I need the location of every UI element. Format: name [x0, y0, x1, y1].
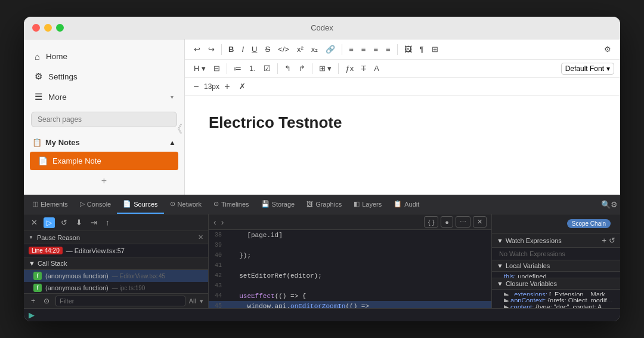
closure-expand-0[interactable]: ▶ [504, 291, 510, 296]
toolbar-divider-3 [397, 44, 398, 55]
continue-button[interactable]: ↑ [103, 217, 112, 228]
add-note-button[interactable]: + [97, 174, 112, 188]
active-note-item[interactable]: 📄 Example Note [30, 152, 178, 170]
subscript-button[interactable]: x₂ [308, 43, 321, 56]
filter-dropdown-icon[interactable]: ▾ [200, 297, 203, 305]
local-var-key-0: this: [504, 273, 518, 278]
step-out-button[interactable]: ⇥ [88, 217, 100, 228]
tab-network[interactable]: ⊙ Network [164, 195, 208, 214]
ordered-list-button[interactable]: 1. [246, 62, 259, 75]
code-line-40: 40 }); [209, 250, 491, 260]
superscript-button[interactable]: x² [294, 43, 306, 56]
minimize-button[interactable] [44, 24, 52, 32]
indent-in-button[interactable]: ↰ [281, 62, 294, 75]
code-nav-right-button[interactable]: › [221, 217, 224, 227]
stop-button[interactable]: ✕ [29, 217, 40, 228]
undo-button[interactable]: ↩ [191, 43, 203, 56]
tab-storage[interactable]: 💾 Storage [255, 195, 301, 214]
align-right-button[interactable]: ≡ [370, 43, 381, 56]
code-button[interactable]: </> [275, 43, 292, 56]
filter-all-label: All [189, 297, 196, 305]
filter-input[interactable] [55, 296, 185, 306]
search-input[interactable] [31, 112, 177, 127]
pilcrow-button[interactable]: ¶ [417, 43, 427, 56]
toolbar-row3: − 13px + ✗ [185, 78, 620, 96]
stack-frame-1[interactable]: f (anonymous function) — ipc.ts:190 [24, 282, 208, 293]
step-into-button[interactable]: ⬇ [73, 217, 85, 228]
sidebar-item-more[interactable]: ☰ More ▾ [24, 87, 184, 107]
resume-button[interactable]: ▷ [44, 217, 55, 228]
sidebar-nav: ⌂ Home ⚙ Settings ☰ More ▾ [24, 39, 184, 112]
font-size-minus-button[interactable]: − [191, 81, 202, 92]
add-breakpoint-button[interactable]: + [29, 296, 38, 306]
tab-audit[interactable]: 📋 Audit [388, 195, 425, 214]
font-color-button[interactable]: A [371, 62, 382, 75]
table-button[interactable]: ⊞ ▾ [316, 62, 335, 75]
font-size-value: 13px [204, 82, 219, 91]
redo-button[interactable]: ↪ [205, 43, 218, 56]
align-left-button[interactable]: ≡ [346, 43, 357, 56]
strikethrough-button[interactable]: S [262, 43, 273, 56]
heading-button[interactable]: H ▾ [191, 62, 209, 75]
font-size-plus-button[interactable]: + [222, 81, 233, 92]
bold-button[interactable]: B [225, 43, 237, 56]
closure-var-0: ▶ _extensions: [_Extension, _Mark, ... [492, 290, 620, 296]
tab-graphics[interactable]: 🖼 Graphics [301, 195, 348, 214]
close-button[interactable] [32, 24, 40, 32]
layers-icon: ◧ [354, 200, 360, 208]
tab-console[interactable]: ▷ Console [74, 195, 117, 214]
more-chevron-icon: ▾ [171, 94, 174, 100]
code-breakpoint-button[interactable]: ● [441, 216, 453, 228]
indent-out-button[interactable]: ↱ [296, 62, 308, 75]
titlebar: Codex [24, 17, 620, 39]
notes-collapse-icon[interactable]: ▲ [169, 139, 176, 147]
italic-button[interactable]: I [239, 43, 247, 56]
devtools-settings-button[interactable]: ⚙ [611, 200, 618, 209]
editor-area[interactable]: 《 Electrico Testnote [185, 96, 620, 195]
sidebar-item-settings[interactable]: ⚙ Settings [24, 66, 184, 87]
pause-close-icon[interactable]: ✕ [198, 233, 203, 241]
tab-layers[interactable]: ◧ Layers [348, 195, 388, 214]
elements-icon: ◫ [32, 200, 38, 208]
checklist-button[interactable]: ☑ [261, 62, 274, 75]
refresh-watch-button[interactable]: ↺ [609, 236, 615, 245]
closure-vars-triangle-icon: ▼ [497, 280, 503, 287]
closure-expand-2[interactable]: ▶ [504, 303, 510, 308]
collapse-sidebar-button[interactable]: 《 [185, 119, 187, 139]
code-nav-left-button[interactable]: ‹ [213, 217, 216, 227]
code-format-button[interactable]: { } [424, 216, 438, 228]
align-center-button[interactable]: ≡ [358, 43, 369, 56]
code-close-button[interactable]: ✕ [473, 216, 487, 228]
add-watch-button[interactable]: + [602, 236, 606, 245]
debug-filter-icon: ⊙ [41, 296, 52, 306]
tab-sources[interactable]: 📄 Sources [117, 195, 163, 214]
align-justify-button[interactable]: ≡ [383, 43, 394, 56]
image-button[interactable]: 🖼 [401, 43, 415, 56]
formula-button[interactable]: ƒx [342, 62, 357, 75]
sidebar-item-home[interactable]: ⌂ Home [24, 47, 184, 66]
step-over-button[interactable]: ↺ [58, 217, 70, 228]
bullet-list-button[interactable]: ≔ [231, 62, 244, 75]
tab-elements[interactable]: ◫ Elements [26, 195, 74, 214]
closure-var-1: ▶ appContext: {prefs: Object, modif... [492, 296, 620, 302]
code-more-button[interactable]: ⋯ [456, 216, 470, 228]
closure-expand-1[interactable]: ▶ [504, 297, 510, 302]
stack-frame-0[interactable]: f (anonymous function) — EditorView.tsx:… [24, 270, 208, 282]
call-stack-header: ▼ Call Stack [24, 257, 208, 270]
local-var-this: this: undefined [492, 272, 620, 278]
block2-button[interactable]: ⊟ [210, 62, 223, 75]
font-dropdown[interactable]: Default Font ▾ [561, 63, 614, 75]
underline-button[interactable]: U [249, 43, 260, 56]
call-stack-title: Call Stack [38, 260, 67, 267]
clear-format-button[interactable]: ✗ [236, 80, 249, 93]
block-button[interactable]: ⊞ [429, 43, 441, 56]
settings-ext-button[interactable]: ⚙ [601, 43, 614, 56]
devtools-search-button[interactable]: 🔍 [601, 200, 611, 209]
storage-icon: 💾 [261, 200, 270, 208]
traffic-lights [32, 24, 64, 32]
toolbar-divider-4 [227, 63, 227, 74]
tab-timelines[interactable]: ⊙ Timelines [208, 195, 255, 214]
link-button[interactable]: 🔗 [323, 43, 338, 56]
maximize-button[interactable] [56, 24, 64, 32]
text-color-button[interactable]: T̶ [358, 62, 369, 75]
